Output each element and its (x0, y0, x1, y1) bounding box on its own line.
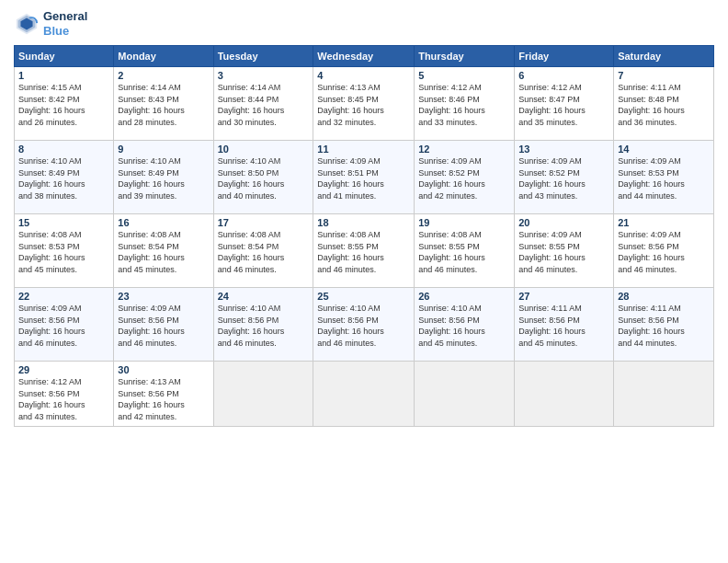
day-number: 5 (418, 70, 510, 81)
weekday-header-wednesday: Wednesday (313, 46, 415, 67)
calendar-week-row: 1Sunrise: 4:15 AM Sunset: 8:42 PM Daylig… (15, 67, 714, 141)
day-number: 27 (518, 291, 609, 302)
day-number: 25 (317, 291, 410, 302)
calendar-cell: 5Sunrise: 4:12 AM Sunset: 8:46 PM Daylig… (415, 67, 515, 141)
calendar-cell: 4Sunrise: 4:13 AM Sunset: 8:45 PM Daylig… (313, 67, 415, 141)
day-number: 23 (118, 291, 209, 302)
day-info: Sunrise: 4:12 AM Sunset: 8:56 PM Dayligh… (18, 376, 109, 422)
calendar-cell: 1Sunrise: 4:15 AM Sunset: 8:42 PM Daylig… (15, 67, 114, 141)
day-number: 2 (118, 70, 209, 81)
calendar-cell: 15Sunrise: 4:08 AM Sunset: 8:53 PM Dayli… (15, 214, 114, 288)
weekday-header-monday: Monday (114, 46, 213, 67)
calendar-cell: 23Sunrise: 4:09 AM Sunset: 8:56 PM Dayli… (114, 288, 213, 362)
calendar-cell (313, 362, 415, 426)
day-info: Sunrise: 4:10 AM Sunset: 8:49 PM Dayligh… (18, 155, 109, 201)
day-info: Sunrise: 4:08 AM Sunset: 8:54 PM Dayligh… (118, 229, 209, 275)
page: General Blue SundayMondayTuesdayWednesda… (0, 0, 728, 563)
day-number: 10 (218, 144, 310, 155)
day-number: 18 (317, 217, 410, 228)
day-info: Sunrise: 4:08 AM Sunset: 8:55 PM Dayligh… (418, 229, 510, 275)
day-number: 3 (218, 70, 310, 81)
day-number: 12 (418, 144, 510, 155)
day-number: 29 (18, 364, 109, 375)
day-info: Sunrise: 4:09 AM Sunset: 8:52 PM Dayligh… (418, 155, 510, 201)
calendar-cell: 18Sunrise: 4:08 AM Sunset: 8:55 PM Dayli… (313, 214, 415, 288)
day-number: 7 (618, 70, 710, 81)
calendar-cell: 10Sunrise: 4:10 AM Sunset: 8:50 PM Dayli… (213, 141, 313, 214)
day-info: Sunrise: 4:10 AM Sunset: 8:50 PM Dayligh… (218, 155, 310, 201)
calendar-cell: 3Sunrise: 4:14 AM Sunset: 8:44 PM Daylig… (213, 67, 313, 141)
day-info: Sunrise: 4:09 AM Sunset: 8:56 PM Dayligh… (118, 303, 209, 349)
day-info: Sunrise: 4:08 AM Sunset: 8:55 PM Dayligh… (317, 229, 410, 275)
day-number: 20 (518, 217, 609, 228)
day-info: Sunrise: 4:13 AM Sunset: 8:56 PM Dayligh… (118, 376, 209, 422)
calendar-cell: 26Sunrise: 4:10 AM Sunset: 8:56 PM Dayli… (415, 288, 515, 362)
day-number: 30 (118, 364, 209, 375)
day-info: Sunrise: 4:15 AM Sunset: 8:42 PM Dayligh… (18, 82, 109, 128)
calendar-cell: 9Sunrise: 4:10 AM Sunset: 8:49 PM Daylig… (114, 141, 213, 214)
day-info: Sunrise: 4:09 AM Sunset: 8:56 PM Dayligh… (618, 229, 710, 275)
day-info: Sunrise: 4:14 AM Sunset: 8:43 PM Dayligh… (118, 82, 209, 128)
calendar-cell (515, 362, 614, 426)
calendar-cell (614, 362, 714, 426)
day-number: 8 (18, 144, 109, 155)
calendar-week-row: 29Sunrise: 4:12 AM Sunset: 8:56 PM Dayli… (15, 362, 714, 426)
day-number: 24 (218, 291, 310, 302)
day-number: 28 (618, 291, 710, 302)
day-number: 16 (118, 217, 209, 228)
day-info: Sunrise: 4:09 AM Sunset: 8:51 PM Dayligh… (317, 155, 410, 201)
day-info: Sunrise: 4:11 AM Sunset: 8:56 PM Dayligh… (518, 303, 609, 349)
calendar-cell: 7Sunrise: 4:11 AM Sunset: 8:48 PM Daylig… (614, 67, 714, 141)
day-info: Sunrise: 4:11 AM Sunset: 8:56 PM Dayligh… (618, 303, 710, 349)
day-number: 11 (317, 144, 410, 155)
day-number: 22 (18, 291, 109, 302)
day-info: Sunrise: 4:10 AM Sunset: 8:49 PM Dayligh… (118, 155, 209, 201)
day-info: Sunrise: 4:13 AM Sunset: 8:45 PM Dayligh… (317, 82, 410, 128)
day-info: Sunrise: 4:08 AM Sunset: 8:53 PM Dayligh… (18, 229, 109, 275)
calendar-cell: 19Sunrise: 4:08 AM Sunset: 8:55 PM Dayli… (415, 214, 515, 288)
weekday-header-thursday: Thursday (415, 46, 515, 67)
day-info: Sunrise: 4:14 AM Sunset: 8:44 PM Dayligh… (218, 82, 310, 128)
day-number: 14 (618, 144, 710, 155)
header: General Blue (14, 9, 714, 38)
calendar-cell: 21Sunrise: 4:09 AM Sunset: 8:56 PM Dayli… (614, 214, 714, 288)
weekday-header-tuesday: Tuesday (213, 46, 313, 67)
calendar-week-row: 15Sunrise: 4:08 AM Sunset: 8:53 PM Dayli… (15, 214, 714, 288)
day-number: 21 (618, 217, 710, 228)
calendar-week-row: 22Sunrise: 4:09 AM Sunset: 8:56 PM Dayli… (15, 288, 714, 362)
day-number: 15 (18, 217, 109, 228)
weekday-header-saturday: Saturday (614, 46, 714, 67)
calendar-cell: 14Sunrise: 4:09 AM Sunset: 8:53 PM Dayli… (614, 141, 714, 214)
day-number: 6 (518, 70, 609, 81)
calendar-cell: 25Sunrise: 4:10 AM Sunset: 8:56 PM Dayli… (313, 288, 415, 362)
calendar-cell: 11Sunrise: 4:09 AM Sunset: 8:51 PM Dayli… (313, 141, 415, 214)
calendar-cell: 6Sunrise: 4:12 AM Sunset: 8:47 PM Daylig… (515, 67, 614, 141)
calendar-cell: 17Sunrise: 4:08 AM Sunset: 8:54 PM Dayli… (213, 214, 313, 288)
calendar-cell: 13Sunrise: 4:09 AM Sunset: 8:52 PM Dayli… (515, 141, 614, 214)
day-info: Sunrise: 4:09 AM Sunset: 8:53 PM Dayligh… (618, 155, 710, 201)
calendar-cell: 20Sunrise: 4:09 AM Sunset: 8:55 PM Dayli… (515, 214, 614, 288)
calendar-cell (213, 362, 313, 426)
day-number: 9 (118, 144, 209, 155)
logo: General Blue (14, 9, 87, 38)
calendar-cell: 30Sunrise: 4:13 AM Sunset: 8:56 PM Dayli… (114, 362, 213, 426)
calendar-cell: 29Sunrise: 4:12 AM Sunset: 8:56 PM Dayli… (15, 362, 114, 426)
day-number: 26 (418, 291, 510, 302)
day-number: 13 (518, 144, 609, 155)
calendar-cell: 24Sunrise: 4:10 AM Sunset: 8:56 PM Dayli… (213, 288, 313, 362)
day-info: Sunrise: 4:12 AM Sunset: 8:47 PM Dayligh… (518, 82, 609, 128)
day-info: Sunrise: 4:10 AM Sunset: 8:56 PM Dayligh… (317, 303, 410, 349)
day-info: Sunrise: 4:10 AM Sunset: 8:56 PM Dayligh… (418, 303, 510, 349)
day-info: Sunrise: 4:09 AM Sunset: 8:56 PM Dayligh… (18, 303, 109, 349)
day-info: Sunrise: 4:09 AM Sunset: 8:55 PM Dayligh… (518, 229, 609, 275)
day-info: Sunrise: 4:12 AM Sunset: 8:46 PM Dayligh… (418, 82, 510, 128)
day-info: Sunrise: 4:10 AM Sunset: 8:56 PM Dayligh… (218, 303, 310, 349)
calendar-cell: 12Sunrise: 4:09 AM Sunset: 8:52 PM Dayli… (415, 141, 515, 214)
day-number: 4 (317, 70, 410, 81)
calendar-cell: 16Sunrise: 4:08 AM Sunset: 8:54 PM Dayli… (114, 214, 213, 288)
day-info: Sunrise: 4:09 AM Sunset: 8:52 PM Dayligh… (518, 155, 609, 201)
day-info: Sunrise: 4:11 AM Sunset: 8:48 PM Dayligh… (618, 82, 710, 128)
calendar-cell: 8Sunrise: 4:10 AM Sunset: 8:49 PM Daylig… (15, 141, 114, 214)
weekday-header-row: SundayMondayTuesdayWednesdayThursdayFrid… (15, 46, 714, 67)
weekday-header-sunday: Sunday (15, 46, 114, 67)
